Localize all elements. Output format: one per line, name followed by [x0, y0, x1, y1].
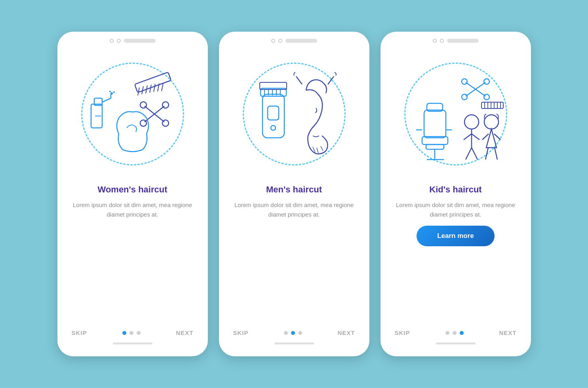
svg-point-39: [462, 79, 467, 84]
womens-skip[interactable]: SKIP: [72, 329, 87, 336]
svg-line-60: [464, 134, 472, 140]
svg-rect-50: [424, 110, 446, 138]
phone-pill: [285, 39, 317, 43]
dot-1: [284, 331, 288, 335]
svg-line-62: [466, 148, 472, 160]
womens-dots: [122, 331, 141, 335]
phone-dot: [278, 39, 282, 43]
kids-title: Kid's haircut: [429, 184, 481, 195]
svg-point-42: [484, 94, 489, 100]
svg-rect-8: [135, 72, 171, 92]
dot-2: [129, 331, 133, 335]
mens-illustration: [231, 51, 358, 177]
svg-line-65: [482, 134, 489, 140]
phone-card-mens: Men's haircut Lorem ipsum dolor sit dim …: [219, 32, 369, 356]
womens-illustration: [69, 51, 196, 177]
womens-title: Women's haircut: [98, 184, 167, 195]
svg-point-40: [484, 79, 489, 84]
learn-more-button[interactable]: Learn more: [417, 226, 495, 246]
svg-point-18: [140, 102, 147, 108]
mens-bottom-bar: [274, 342, 314, 344]
mens-title: Men's haircut: [266, 184, 322, 195]
svg-line-12: [150, 85, 151, 93]
dot-2: [291, 331, 295, 335]
phone-dot: [117, 39, 121, 43]
dot-1: [445, 331, 449, 335]
svg-point-5: [113, 91, 115, 93]
kids-skip[interactable]: SKIP: [395, 329, 410, 336]
phone-top-bar-kids: [381, 32, 531, 47]
mens-desc: Lorem ipsum dolor sit dim amet, mea regi…: [219, 200, 369, 219]
dot-3: [460, 331, 464, 335]
kids-svg: [402, 61, 509, 167]
svg-line-13: [154, 84, 155, 92]
dot-3: [137, 331, 141, 335]
svg-point-20: [140, 120, 147, 126]
mens-skip[interactable]: SKIP: [233, 329, 249, 336]
svg-point-64: [484, 115, 499, 129]
mens-next[interactable]: NEXT: [337, 329, 355, 336]
phone-dot: [271, 39, 275, 43]
svg-point-6: [109, 91, 111, 92]
svg-line-35: [296, 76, 302, 84]
womens-nav: SKIP NEXT: [57, 322, 208, 336]
kids-nav: SKIP NEXT: [381, 322, 531, 336]
svg-point-21: [162, 120, 169, 126]
svg-rect-22: [263, 94, 284, 138]
dot-2: [453, 331, 457, 335]
kids-illustration: [392, 51, 519, 177]
phone-card-kids: Kid's haircut Lorem ipsum dolor sit dim …: [381, 32, 531, 356]
svg-line-63: [472, 148, 478, 160]
svg-point-4: [110, 92, 113, 95]
phone-top-bar: [57, 32, 208, 47]
womens-desc: Lorem ipsum dolor sit dim amet, mea regi…: [57, 200, 208, 219]
kids-bottom-bar: [436, 342, 476, 344]
svg-line-15: [162, 83, 163, 91]
screens-container: Women's haircut Lorem ipsum dolor sit di…: [57, 32, 531, 356]
svg-rect-52: [426, 145, 444, 149]
mens-dots: [284, 331, 302, 335]
svg-line-34: [321, 146, 323, 151]
svg-line-68: [495, 148, 497, 160]
phone-card-womens: Women's haircut Lorem ipsum dolor sit di…: [57, 32, 208, 356]
womens-svg: [79, 61, 186, 167]
svg-point-58: [464, 115, 479, 129]
phone-dot: [433, 39, 437, 43]
svg-point-19: [162, 102, 169, 108]
kids-dots: [445, 331, 464, 335]
kids-desc: Lorem ipsum dolor sit dim amet, mea regi…: [381, 200, 531, 219]
dot-1: [122, 331, 126, 335]
svg-line-36: [328, 76, 334, 84]
svg-line-67: [485, 148, 488, 160]
womens-bottom-bar: [113, 342, 152, 344]
svg-point-30: [271, 126, 276, 130]
phone-top-bar-mens: [219, 32, 369, 47]
mens-svg: [241, 61, 348, 167]
svg-rect-29: [268, 106, 279, 120]
phone-pill: [447, 39, 479, 43]
svg-line-61: [472, 134, 480, 140]
phone-pill: [124, 39, 156, 43]
svg-point-41: [462, 94, 467, 100]
svg-line-66: [494, 134, 500, 140]
phone-dot: [440, 39, 444, 43]
mens-nav: SKIP NEXT: [219, 322, 369, 336]
svg-line-33: [317, 148, 318, 153]
kids-next[interactable]: NEXT: [499, 329, 516, 336]
phone-dot: [110, 39, 114, 43]
womens-next[interactable]: NEXT: [176, 329, 193, 336]
svg-line-2: [102, 98, 111, 102]
dot-3: [298, 331, 302, 335]
